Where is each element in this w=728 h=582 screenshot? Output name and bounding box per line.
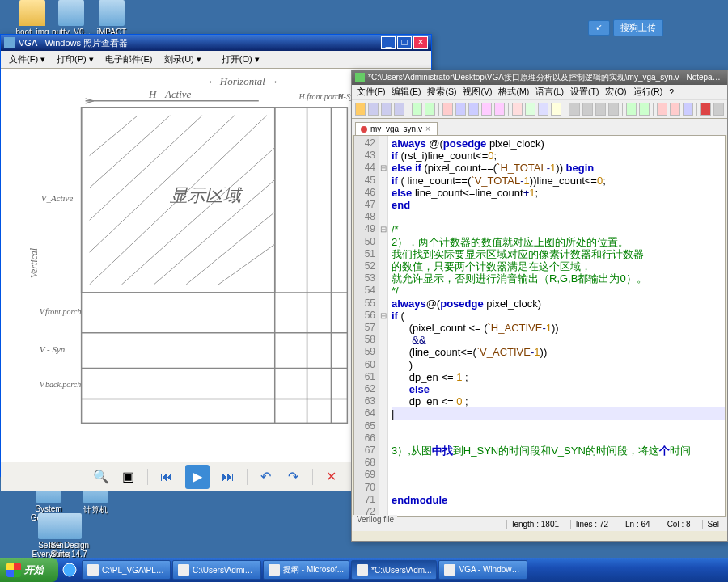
task-icon	[87, 564, 99, 576]
menu-item[interactable]: 编辑(E)	[388, 85, 424, 99]
start-label: 开始	[24, 563, 44, 577]
toolbar-button[interactable]	[639, 103, 650, 116]
start-button[interactable]: 开始	[0, 558, 58, 582]
menu-item[interactable]: 文件(F) ▾	[4, 52, 50, 67]
fit-button[interactable]: ▣	[120, 468, 138, 486]
desktop-icon-iMPACT[interactable]: iMPACT	[87, 0, 136, 36]
toolbar-button[interactable]	[683, 103, 693, 116]
app-icon	[4, 37, 15, 48]
maximize-button[interactable]: □	[397, 36, 412, 49]
toolbar-button[interactable]	[481, 103, 492, 116]
toolbar-button[interactable]	[412, 103, 422, 116]
toolbar-button[interactable]	[569, 103, 579, 116]
code-editor[interactable]: 4243444546474849505152535455565758596061…	[353, 135, 726, 517]
menu-item[interactable]: 刻录(U) ▾	[159, 52, 206, 67]
task-label: C:\Users\Adminis...	[193, 566, 256, 575]
menu-item[interactable]: 打印(P) ▾	[52, 52, 99, 67]
next-button[interactable]: ⏭	[219, 468, 237, 486]
menu-item[interactable]: 宏(O)	[602, 85, 629, 99]
toolbar-button[interactable]	[551, 103, 561, 116]
upload-label: 搜狗上传	[613, 19, 663, 36]
zoom-button[interactable]: 🔍	[92, 468, 110, 486]
menu-item[interactable]: 运行(R)	[630, 85, 667, 99]
prev-button[interactable]: ⏮	[158, 468, 176, 486]
notepadpp-titlebar[interactable]: *C:\Users\Administrator\Desktop\VGA接口原理分…	[352, 70, 727, 85]
task-icon	[357, 564, 368, 576]
svg-line-20	[218, 244, 275, 285]
label-v-front: V.front.porch	[40, 307, 82, 316]
toolbar-button[interactable]	[700, 103, 711, 116]
label-display-area: 显示区域	[169, 185, 243, 205]
quick-launch	[58, 562, 81, 578]
toolbar-button[interactable]	[713, 103, 724, 116]
toolbar-button[interactable]	[442, 103, 453, 116]
folder-icon	[19, 0, 45, 26]
menu-item[interactable]: 搜索(S)	[424, 85, 459, 99]
task-label: C:\PL_VGA\PL_VGA...	[102, 566, 165, 575]
upload-widget[interactable]: ✓ 搜狗上传	[588, 19, 663, 36]
svg-point-21	[63, 563, 76, 576]
browser-icon[interactable]	[61, 562, 78, 578]
line-gutter: 4243444546474849505152535455565758596061…	[354, 136, 379, 516]
notepadpp-window: *C:\Users\Administrator\Desktop\VGA接口原理分…	[351, 70, 728, 542]
status-lines: lines : 72	[570, 520, 613, 529]
fold-column[interactable]: ⊟⊟⊟	[379, 136, 388, 516]
taskbar-item[interactable]: *C:\Users\Adm...	[351, 560, 437, 580]
taskbar-item[interactable]: VGA - Windows 照...	[438, 560, 527, 580]
menu-item[interactable]: 设置(T)	[567, 85, 602, 99]
task-label: VGA - Windows 照...	[459, 564, 522, 576]
taskbar-item[interactable]: C:\Users\Adminis...	[172, 560, 261, 580]
task-icon	[178, 564, 189, 576]
rotate-right-button[interactable]: ↷	[285, 468, 303, 486]
toolbar-button[interactable]	[670, 103, 680, 116]
toolbar-button[interactable]	[582, 103, 593, 116]
svg-line-17	[121, 148, 274, 285]
toolbar-button[interactable]	[626, 103, 637, 116]
slideshow-button[interactable]: ▶	[185, 465, 210, 489]
minimize-button[interactable]: _	[381, 36, 396, 49]
label-h-front: H.front.porch	[298, 92, 343, 101]
toolbar-button[interactable]	[608, 103, 619, 116]
file-tab[interactable]: my_vga_syn.v ×	[355, 122, 438, 135]
toolbar-button[interactable]	[468, 103, 479, 116]
task-label: 提纲 - Microsof...	[283, 564, 344, 576]
toolbar-button[interactable]	[657, 103, 667, 116]
toolbar-button[interactable]	[368, 103, 379, 116]
toolbar-button[interactable]	[381, 103, 392, 116]
toolbar-button[interactable]	[355, 103, 366, 116]
menu-item[interactable]: 格式(M)	[495, 85, 532, 99]
svg-line-19	[186, 212, 275, 285]
icon-label: ISE Design Suite 14.7	[44, 541, 93, 559]
toolbar-button[interactable]	[394, 103, 404, 116]
modified-indicator-icon	[361, 126, 367, 133]
menu-item[interactable]: 打开(O) ▾	[217, 52, 265, 67]
toolbar-button[interactable]	[595, 103, 606, 116]
window-title: *C:\Users\Administrator\Desktop\VGA接口原理分…	[368, 72, 724, 83]
menu-item[interactable]: 语言(L)	[532, 85, 567, 99]
menu-item[interactable]: 电子邮件(E)	[100, 52, 158, 67]
menu-item[interactable]: ?	[666, 86, 677, 99]
toolbar-button[interactable]	[494, 103, 505, 116]
toolbar-button[interactable]	[512, 103, 523, 116]
menu-item[interactable]: 文件(F)	[353, 85, 388, 99]
svg-line-15	[90, 116, 171, 188]
tab-close-icon[interactable]: ×	[425, 124, 430, 133]
task-label: *C:\Users\Adm...	[371, 566, 431, 575]
label-v-syn: V - Syn	[40, 344, 66, 354]
code-text[interactable]: always @(posedge pixel_clock) if (rst_i)…	[388, 136, 725, 516]
toolbar-button[interactable]	[425, 103, 435, 116]
photo-viewer-titlebar[interactable]: VGA - Windows 照片查看器 _ □ ×	[1, 35, 431, 51]
desktop-icon-ISE-Design-Suite-14-7[interactable]: ISE Design Suite 14.7	[44, 513, 93, 559]
taskbar-item[interactable]: C:\PL_VGA\PL_VGA...	[82, 560, 171, 580]
delete-button[interactable]: ✕	[323, 468, 341, 486]
photo-viewer-menubar: 文件(F) ▾打印(P) ▾电子邮件(E)刻录(U) ▾打开(O) ▾	[1, 51, 431, 69]
menu-item[interactable]: 视图(V)	[459, 85, 495, 99]
app-icon	[99, 0, 125, 26]
toolbar-button[interactable]	[455, 103, 466, 116]
task-icon	[269, 564, 280, 576]
close-button[interactable]: ×	[413, 36, 428, 49]
taskbar-item[interactable]: 提纲 - Microsof...	[263, 560, 349, 580]
toolbar-button[interactable]	[525, 103, 535, 116]
toolbar-button[interactable]	[538, 103, 548, 116]
rotate-left-button[interactable]: ↶	[257, 468, 275, 486]
